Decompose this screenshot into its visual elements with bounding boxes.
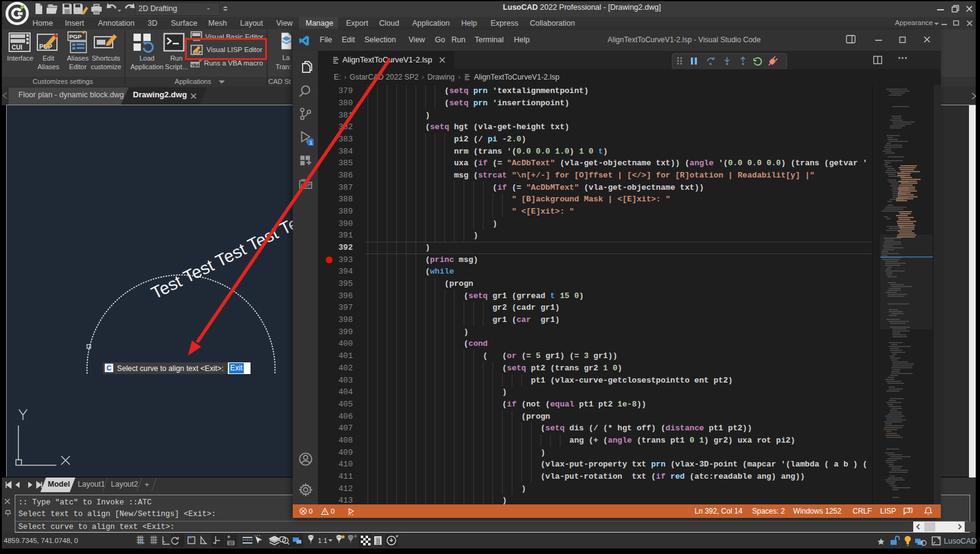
svg-text:0: 0 [331, 507, 334, 515]
svg-text:CUI: CUI [12, 44, 22, 51]
svg-text:1:1: 1:1 [318, 537, 327, 544]
svg-text:Test Test Test Test Te: Test Test Test Test Te [148, 214, 293, 303]
svg-text:0: 0 [309, 507, 312, 515]
svg-text:,: , [279, 542, 280, 547]
svg-text:PGP: PGP [69, 33, 82, 40]
svg-text:VBA: VBA [191, 63, 200, 67]
